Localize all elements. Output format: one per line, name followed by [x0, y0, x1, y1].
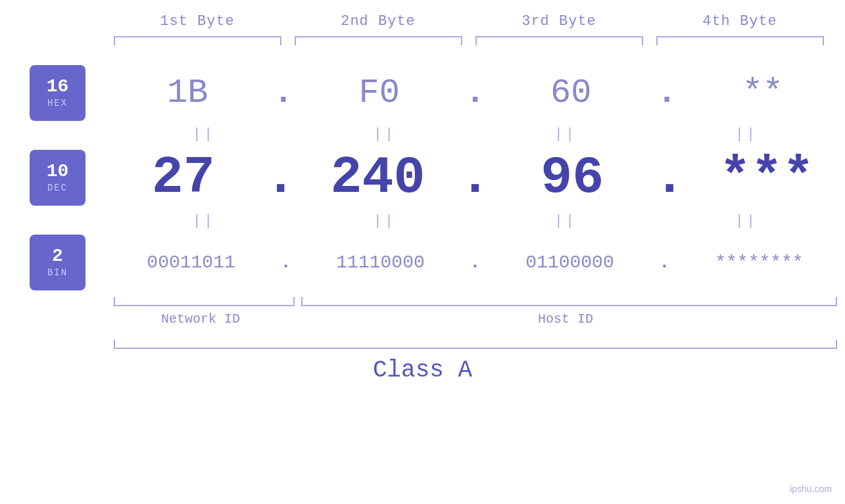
bottom-labels: Network ID Host ID	[114, 311, 837, 327]
dec-dot1: .	[265, 148, 297, 208]
bracket-top-2	[295, 36, 462, 45]
eq1-1: ||	[114, 126, 295, 143]
bin-dot1: .	[280, 252, 291, 273]
class-label: Class A	[0, 357, 845, 384]
hex-badge-number: 16	[47, 78, 69, 96]
bin-byte1: 00011011	[105, 252, 277, 273]
eq2-3: ||	[475, 213, 656, 229]
eq1-3: ||	[475, 126, 656, 143]
hex-byte3: 60	[489, 74, 653, 112]
hex-dot2: .	[465, 74, 485, 112]
host-id-label: Host ID	[295, 311, 837, 327]
hex-dot1: .	[273, 74, 293, 112]
eq1-4: ||	[656, 126, 837, 143]
dec-badge-number: 10	[47, 162, 69, 181]
bracket-host	[301, 297, 837, 306]
dec-row: 10 DEC 27 . 240 . 96 . ***	[0, 148, 845, 208]
bin-byte4: ********	[673, 252, 845, 273]
equals-row-2: || || || ||	[114, 208, 837, 235]
network-id-label: Network ID	[114, 311, 295, 327]
bin-dot2: .	[470, 252, 481, 273]
dec-dot3: .	[654, 148, 685, 208]
main-container: 1st Byte 2nd Byte 3rd Byte 4th Byte 16 H…	[0, 0, 845, 504]
bottom-section: Network ID Host ID	[114, 297, 837, 327]
hex-byte2: F0	[297, 74, 462, 112]
dec-badge-label: DEC	[47, 183, 68, 193]
hex-badge-label: HEX	[47, 98, 68, 108]
bin-dot3: .	[659, 252, 670, 273]
hex-values: 1B . F0 . 60 . **	[105, 74, 845, 112]
hex-byte4: **	[681, 74, 845, 112]
byte-headers: 1st Byte 2nd Byte 3rd Byte 4th Byte	[107, 13, 831, 30]
bin-row: 2 BIN 00011011 . 11110000 . 01100000 . *…	[0, 235, 845, 290]
eq2-2: ||	[295, 213, 475, 229]
bin-byte3: 01100000	[484, 252, 656, 273]
bin-badge-label: BIN	[47, 267, 68, 278]
bin-values: 00011011 . 11110000 . 01100000 . *******…	[105, 252, 845, 273]
big-bottom-bracket	[114, 340, 837, 349]
hex-row: 16 HEX 1B . F0 . 60 . **	[0, 65, 845, 121]
byte3-header: 3rd Byte	[469, 13, 650, 30]
eq2-4: ||	[656, 213, 837, 229]
dec-dot2: .	[459, 148, 491, 208]
eq1-2: ||	[295, 126, 475, 143]
bottom-brackets	[114, 297, 837, 306]
bin-byte2: 11110000	[295, 252, 466, 273]
equals-row-1: || || || ||	[114, 121, 837, 148]
hex-dot3: .	[656, 74, 677, 112]
eq2-1: ||	[114, 213, 295, 229]
bracket-network	[114, 297, 295, 306]
byte2-header: 2nd Byte	[288, 13, 469, 30]
bracket-top-4	[656, 36, 824, 45]
bracket-top-1	[114, 36, 281, 45]
hex-badge: 16 HEX	[30, 65, 85, 121]
dec-byte3: 96	[495, 148, 651, 208]
dec-values: 27 . 240 . 96 . ***	[105, 148, 845, 208]
dec-byte1: 27	[105, 148, 262, 208]
watermark: ipshu.com	[790, 484, 832, 494]
dec-byte4: ***	[688, 148, 845, 208]
bracket-top-3	[475, 36, 643, 45]
dec-byte2: 240	[300, 148, 456, 208]
byte4-header: 4th Byte	[650, 13, 831, 30]
byte1-header: 1st Byte	[107, 13, 288, 30]
bin-badge-number: 2	[52, 247, 63, 265]
dec-badge: 10 DEC	[30, 150, 85, 206]
hex-byte1: 1B	[105, 74, 270, 112]
brackets-top	[107, 36, 831, 45]
bin-badge: 2 BIN	[30, 235, 85, 290]
